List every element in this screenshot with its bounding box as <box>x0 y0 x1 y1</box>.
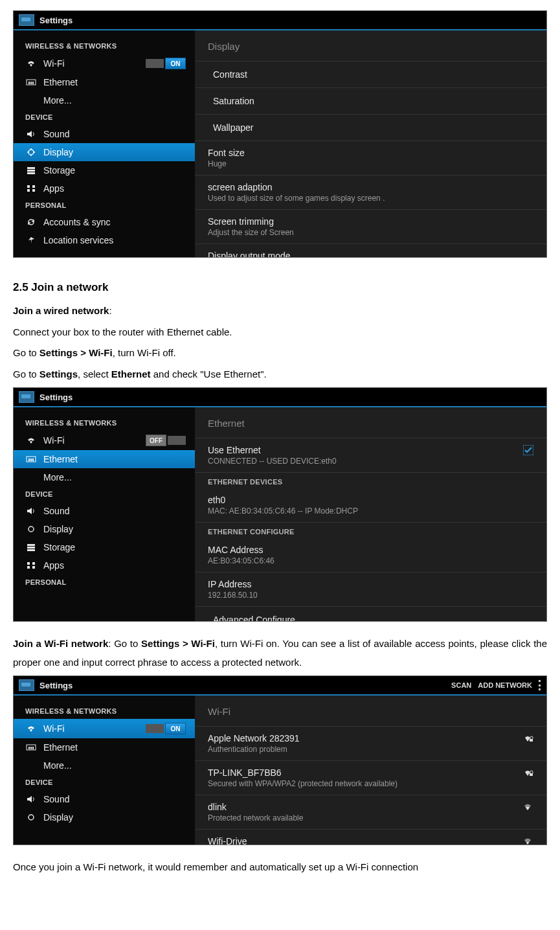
sidebar-item-more[interactable]: More... <box>14 756 195 775</box>
storage-icon <box>25 166 37 175</box>
sidebar-item-sound[interactable]: Sound <box>14 502 195 520</box>
sidebar-item-storage[interactable]: Storage <box>14 538 195 556</box>
sidebar-item-storage[interactable]: Storage <box>14 161 195 179</box>
wifi-toggle[interactable]: ON <box>146 58 186 69</box>
sidebar-item-display[interactable]: Display <box>14 143 195 161</box>
sidebar-item-ethernet[interactable]: Ethernet <box>14 73 195 91</box>
sync-icon <box>25 218 37 227</box>
scan-button[interactable]: SCAN <box>451 681 471 689</box>
sidebar-item-accounts[interactable]: Accounts & sync <box>14 213 195 231</box>
wifi-toggle[interactable]: OFF <box>146 435 186 446</box>
svg-rect-21 <box>32 562 35 565</box>
wifi-signal-icon <box>522 802 533 811</box>
sidebar-item-more[interactable]: More... <box>14 468 195 486</box>
sidebar-item-label: Storage <box>43 542 186 552</box>
row-contrast[interactable]: Contrast <box>195 62 546 88</box>
panel-title: Wi-Fi <box>195 696 546 727</box>
screenshot-ethernet-settings: Settings WIRELESS & NETWORKS Wi-Fi OFF <box>13 387 547 622</box>
sidebar-item-label: Display <box>43 524 186 534</box>
sidebar-item-ethernet[interactable]: Ethernet <box>14 738 195 756</box>
wifi-icon <box>25 59 37 68</box>
sidebar-item-label: Display <box>43 147 186 157</box>
doc-text-bold: Settings > Wi-Fi <box>141 638 215 649</box>
row-mac-address[interactable]: MAC Address AE:B0:34:05:C6:46 <box>195 538 546 573</box>
checkbox-checked-icon[interactable] <box>523 445 533 455</box>
sidebar-item-label: Sound <box>43 129 186 139</box>
blank-icon <box>25 96 37 105</box>
network-name: dlink <box>208 802 522 812</box>
panel-title: Display <box>195 30 546 62</box>
sound-icon <box>25 506 37 516</box>
row-label: screen adaption <box>208 182 533 192</box>
apps-icon <box>25 184 37 193</box>
row-label: Font size <box>208 148 533 158</box>
sidebar-item-label: Sound <box>43 506 186 516</box>
row-screen-adaption[interactable]: screen adaption Used to adjust size of s… <box>195 176 546 210</box>
doc-text: Go to <box>13 347 39 358</box>
add-network-button[interactable]: ADD NETWORK <box>478 681 532 689</box>
row-wifi-network[interactable]: TP-LINK_BF7BB6 Secured with WPA/WPA2 (pr… <box>195 761 546 795</box>
sound-icon <box>25 130 37 139</box>
doc-wifi-title: Join a Wi-Fi network <box>13 638 108 649</box>
sound-icon <box>25 795 37 804</box>
row-wallpaper[interactable]: Wallpaper <box>195 115 546 141</box>
sidebar-item-label: Wi-Fi <box>43 723 146 734</box>
row-sublabel: Adjust the size of Screen <box>208 228 533 237</box>
sidebar-item-sound[interactable]: Sound <box>14 790 195 808</box>
sidebar-item-label: Location services <box>43 235 186 245</box>
svg-rect-3 <box>32 82 34 84</box>
row-font-size[interactable]: Font size Huge <box>195 141 546 176</box>
doc-heading: 2.5 Join a network <box>13 281 547 294</box>
row-wifi-network[interactable]: Apple Network 282391 Authentication prob… <box>195 727 546 761</box>
row-wifi-network[interactable]: dlink Protected network available <box>195 795 546 830</box>
window-title: Settings <box>39 392 73 402</box>
network-name: TP-LINK_BF7BB6 <box>208 767 522 778</box>
svg-rect-14 <box>30 459 32 461</box>
row-advanced-configure[interactable]: Advanced Configure <box>195 607 546 622</box>
row-ip-address[interactable]: IP Address 192.168.50.10 <box>195 573 546 607</box>
doc-text: and check "Use Ethernet". <box>151 369 267 380</box>
row-wifi-network[interactable]: Wifi-Drive Protected network available <box>195 830 546 845</box>
sidebar-section-device: DEVICE <box>14 775 195 790</box>
svg-rect-18 <box>27 547 35 549</box>
network-status: Secured with WPA/WPA2 (protected network… <box>208 779 522 788</box>
sidebar-item-location[interactable]: Location services <box>14 231 195 249</box>
row-use-ethernet[interactable]: Use Ethernet CONNECTED -- USED DEVICE:et… <box>195 438 546 473</box>
sidebar-item-ethernet[interactable]: Ethernet <box>14 450 195 468</box>
sidebar-item-label: Display <box>43 812 186 822</box>
sidebar-item-sound[interactable]: Sound <box>14 125 195 143</box>
wifi-signal-locked-icon <box>522 733 533 742</box>
row-saturation[interactable]: Saturation <box>195 88 546 115</box>
sidebar-item-wifi[interactable]: Wi-Fi ON <box>14 719 195 738</box>
location-icon <box>25 236 37 245</box>
sidebar-item-label: Sound <box>43 794 186 804</box>
sidebar-item-label: Apps <box>43 183 186 194</box>
doc-wired-title-line: Join a wired network: <box>13 302 547 321</box>
row-screen-trimming[interactable]: Screen trimming Adjust the size of Scree… <box>195 210 546 244</box>
row-display-output-mode[interactable]: Display output mode Display output mode <box>195 244 546 258</box>
wifi-toggle[interactable]: ON <box>146 723 186 734</box>
sidebar-item-apps[interactable]: Apps <box>14 179 195 198</box>
svg-rect-1 <box>28 82 30 84</box>
sidebar-item-label: More... <box>43 760 186 771</box>
doc-text: , select <box>78 369 111 380</box>
window-titlebar: Settings SCAN ADD NETWORK <box>14 676 546 696</box>
doc-wifi-paragraph: Join a Wi-Fi network: Go to Settings > W… <box>13 635 547 672</box>
row-eth0[interactable]: eth0 MAC: AE:B0:34:05:C6:46 -- IP Mode:D… <box>195 488 546 523</box>
window-titlebar: Settings <box>14 11 546 30</box>
display-icon <box>25 525 37 534</box>
network-status: Authentication problem <box>208 745 522 754</box>
sidebar-section-wireless: WIRELESS & NETWORKS <box>14 415 195 431</box>
sidebar-item-apps[interactable]: Apps <box>14 556 195 574</box>
overflow-menu-icon[interactable] <box>539 680 541 690</box>
sidebar-item-display[interactable]: Display <box>14 808 195 826</box>
screenshot-display-settings: Settings WIRELESS & NETWORKS Wi-Fi ON <box>13 10 547 258</box>
sidebar-item-wifi[interactable]: Wi-Fi ON <box>14 54 195 73</box>
sidebar-item-wifi[interactable]: Wi-Fi OFF <box>14 431 195 450</box>
sidebar-section-wireless: WIRELESS & NETWORKS <box>14 703 195 719</box>
sidebar-item-display[interactable]: Display <box>14 520 195 538</box>
settings-sidebar: WIRELESS & NETWORKS Wi-Fi OFF <box>14 407 195 622</box>
window-titlebar: Settings <box>14 388 546 407</box>
screenshot-wifi-settings: Settings SCAN ADD NETWORK WIRELESS & NET… <box>13 675 547 845</box>
sidebar-item-more[interactable]: More... <box>14 91 195 109</box>
